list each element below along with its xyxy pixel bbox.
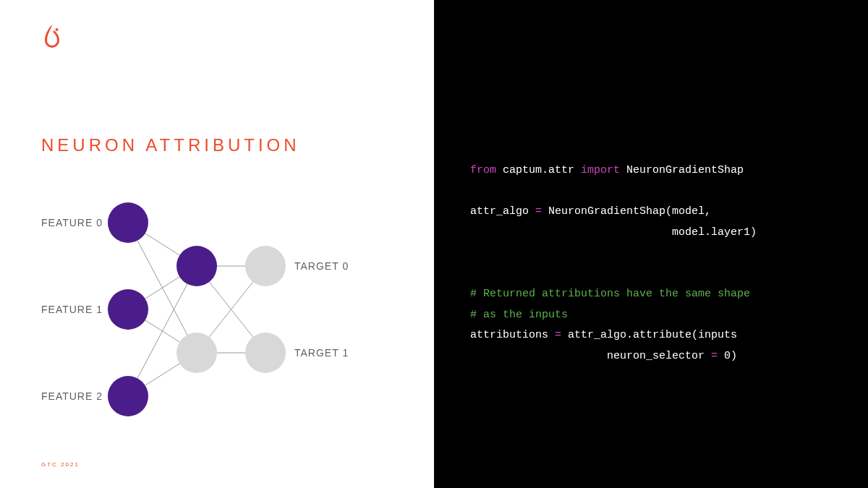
network-diagram: FEATURE 0 FEATURE 1 FEATURE 2 TARGET 0 T… — [41, 188, 403, 434]
code-call: attr_algo.attribute(inputs — [561, 329, 737, 341]
code-comment-2: # as the inputs — [470, 309, 568, 321]
code-kw-import: import — [581, 164, 620, 176]
code-var-attributions: attributions — [470, 329, 555, 341]
node-target-0 — [245, 246, 286, 286]
code-block: from captum.attr import NeuronGradientSh… — [470, 160, 846, 367]
left-pane: NEURON ATTRIBUTION — [0, 0, 434, 488]
code-eq-2: = — [555, 329, 561, 341]
label-target-0: TARGET 0 — [294, 260, 349, 272]
code-kwarg: neuron_selector — [470, 350, 711, 362]
code-construct: NeuronGradientShap(model, — [542, 205, 711, 218]
code-eq-3: = — [711, 350, 718, 362]
slide-title: NEURON ATTRIBUTION — [41, 135, 300, 155]
svg-point-0 — [56, 28, 59, 31]
code-var-attr-algo: attr_algo — [470, 205, 535, 218]
label-feature-2: FEATURE 2 — [41, 390, 103, 402]
node-feature-1 — [108, 289, 148, 330]
code-classname: NeuronGradientShap — [620, 164, 744, 176]
pytorch-logo-icon — [41, 23, 63, 52]
label-feature-0: FEATURE 0 — [41, 217, 103, 228]
svg-line-5 — [128, 266, 197, 396]
code-kw-from: from — [470, 164, 496, 176]
slide-footer: GTC 2021 — [41, 461, 80, 468]
code-module: captum.attr — [496, 164, 581, 176]
node-feature-0 — [108, 202, 148, 243]
code-construct-arg2: model.layer1) — [470, 226, 757, 239]
code-kwarg-val: 0) — [718, 350, 737, 362]
code-eq-1: = — [535, 205, 542, 218]
node-target-1 — [245, 333, 286, 373]
label-target-1: TARGET 1 — [294, 347, 349, 359]
node-feature-2 — [108, 376, 148, 416]
node-hidden-1 — [176, 333, 217, 373]
label-feature-1: FEATURE 1 — [41, 304, 103, 315]
right-pane: from captum.attr import NeuronGradientSh… — [434, 0, 868, 488]
slide: NEURON ATTRIBUTION — [0, 0, 868, 488]
node-hidden-0 — [176, 246, 217, 286]
code-comment-1: # Returned attributions have the same sh… — [470, 288, 750, 300]
